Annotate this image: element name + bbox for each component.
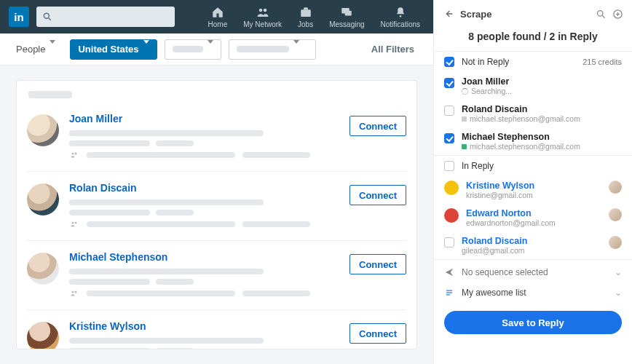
person-checkbox[interactable] [444, 78, 454, 88]
avatar[interactable] [27, 114, 59, 146]
person-name: Joan Miller [462, 76, 622, 87]
result-line [156, 279, 194, 285]
result-line [69, 130, 264, 136]
results-card: Joan MillerConnectRolan DiscainConnectMi… [16, 80, 417, 349]
status-dot [462, 144, 467, 149]
filter-option-3[interactable] [229, 39, 316, 60]
filter-placeholder [173, 46, 203, 52]
status-dot [462, 116, 467, 122]
bell-icon [394, 6, 407, 19]
avatar[interactable] [27, 253, 59, 285]
result-line [156, 141, 194, 146]
in-reply-header: In Reply [434, 156, 632, 176]
person-name-link[interactable]: Kristine Wylson [466, 181, 601, 191]
result-line [242, 221, 310, 227]
svg-point-12 [72, 291, 74, 293]
all-filters-button[interactable]: All Filters [371, 44, 424, 55]
messaging-icon [340, 6, 353, 19]
panel-add-icon[interactable] [612, 9, 623, 20]
result-line [156, 348, 194, 349]
panel-title: Scrape [460, 9, 491, 20]
person-subtext: Searching... [462, 87, 622, 95]
svg-line-1 [49, 18, 51, 20]
result-body: Kristine Wylson [69, 320, 339, 349]
linkedin-logo[interactable]: in [9, 7, 29, 27]
not-in-reply-checkbox[interactable] [444, 57, 454, 67]
result-line [242, 290, 310, 296]
nav-label: Jobs [298, 20, 313, 28]
result-name[interactable]: Michael Stephenson [69, 251, 167, 263]
result-name[interactable]: Kristine Wylson [69, 320, 146, 332]
owner-avatar[interactable] [609, 181, 622, 194]
nav-label: Messaging [329, 20, 364, 28]
filter-option-2[interactable] [165, 39, 221, 60]
in-reply-checkbox[interactable] [444, 161, 454, 171]
filter-people[interactable]: People [9, 39, 63, 60]
result-name[interactable]: Rolan Discain [69, 182, 137, 194]
panel-summary: 8 people found / 2 in Reply [434, 28, 632, 51]
search-icon [42, 12, 52, 22]
connections-icon [69, 151, 79, 159]
in-reply-label: In Reply [462, 161, 494, 171]
search-input[interactable] [36, 7, 175, 27]
nav-network[interactable]: My Network [243, 6, 282, 28]
connect-button[interactable]: Connect [349, 323, 406, 344]
connections-icon [69, 289, 79, 298]
result-row: Kristine WylsonConnect [27, 314, 406, 349]
not-in-reply-header: Not in Reply 215 credits [434, 52, 632, 72]
connect-button[interactable]: Connect [349, 254, 406, 274]
svg-point-7 [400, 15, 401, 17]
result-line [87, 152, 235, 158]
avatar[interactable] [27, 322, 59, 349]
result-line [69, 199, 264, 205]
linkedin-pane: in Home My Network Jobs Messaging [0, 0, 433, 364]
result-row: Michael StephensonConnect [27, 245, 406, 310]
briefcase-icon [299, 6, 312, 19]
nav-messaging[interactable]: Messaging [329, 6, 364, 28]
result-line [69, 141, 150, 146]
person-checkbox[interactable] [444, 106, 454, 116]
credits-text: 215 credits [582, 58, 622, 66]
not-in-reply-section: Not in Reply 215 credits Joan MillerSear… [434, 51, 632, 155]
nav-icons: Home My Network Jobs Messaging Notificat… [208, 6, 424, 28]
person-item: Kristine Wylsonkristine@gmail.com [434, 176, 632, 204]
svg-point-0 [44, 13, 49, 18]
person-item: Edward Nortonedwardnorton@gmail.com [434, 204, 632, 232]
person-checkbox[interactable] [444, 237, 454, 248]
chevron-down-icon: ⌄ [615, 288, 622, 298]
not-in-reply-label: Not in Reply [462, 57, 509, 67]
connect-button[interactable]: Connect [349, 116, 406, 136]
person-name-link[interactable]: Roland Discain [462, 236, 601, 246]
person-checkbox[interactable] [444, 133, 454, 143]
nav-home[interactable]: Home [208, 6, 228, 28]
nav-notifications[interactable]: Notifications [381, 6, 420, 28]
nav-jobs[interactable]: Jobs [298, 6, 313, 28]
result-line [69, 279, 150, 285]
owner-avatar[interactable] [609, 236, 622, 249]
owner-avatar[interactable] [609, 208, 622, 221]
connect-button[interactable]: Connect [349, 185, 406, 205]
person-name-link[interactable]: Edward Norton [466, 208, 601, 218]
avatar[interactable] [27, 183, 59, 215]
result-line [242, 152, 310, 158]
result-row: Joan MillerConnect [27, 107, 406, 172]
list-select[interactable]: My awesome list ⌄ [434, 285, 632, 305]
sequence-select[interactable]: No sequence selected ⌄ [434, 259, 632, 285]
result-body: Michael Stephenson [69, 251, 339, 298]
filter-label: United States [78, 44, 138, 55]
result-line [87, 290, 235, 296]
person-subtext: michael.stephenson@gmail.com [462, 142, 622, 151]
filter-country[interactable]: United States [70, 39, 157, 60]
send-icon [444, 267, 454, 277]
arrow-left-icon [443, 8, 454, 20]
person-name: Michael Stephenson [462, 132, 622, 142]
result-name[interactable]: Joan Miller [69, 113, 122, 124]
panel-search-icon[interactable] [596, 9, 607, 20]
chevron-down-icon [50, 40, 55, 55]
person-email: edwardnorton@gmail.com [466, 218, 601, 227]
back-button[interactable] [443, 8, 454, 20]
save-to-reply-button[interactable]: Save to Reply [444, 311, 622, 334]
result-line [69, 210, 150, 215]
person-item: Roland Discaingilead@gmail.com [434, 232, 632, 259]
result-line [156, 210, 194, 215]
